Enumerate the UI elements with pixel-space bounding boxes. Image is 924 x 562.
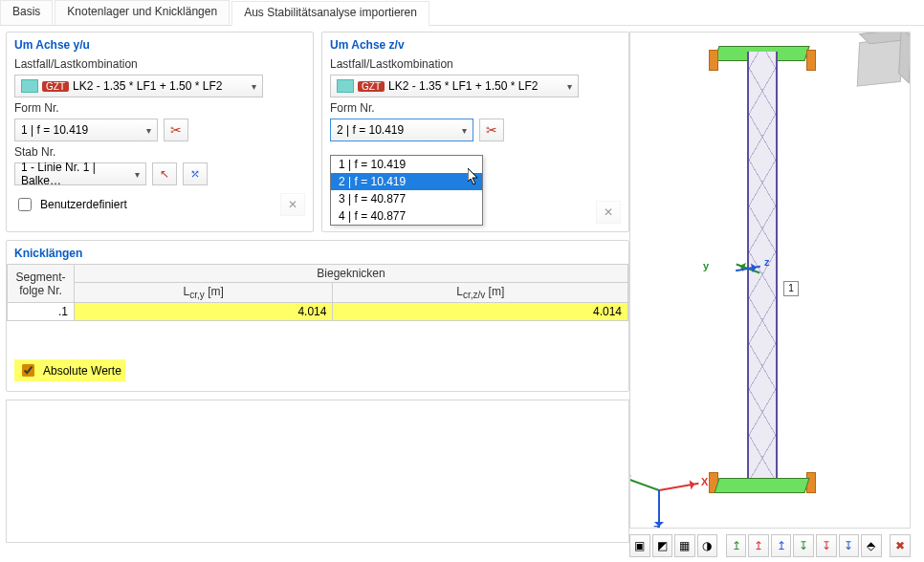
view-neg-xy-icon[interactable]: ↧ xyxy=(793,534,814,557)
reset-view-icon[interactable]: ✖ xyxy=(890,534,911,557)
absolute-values-box[interactable] xyxy=(22,364,34,377)
chevron-down-icon: ▾ xyxy=(252,81,256,92)
axis-y-stab-label: Stab Nr. xyxy=(14,145,305,159)
form-option-4[interactable]: 4 | f = 40.877 xyxy=(331,207,482,225)
axis-y-form-label: Form Nr. xyxy=(14,101,305,115)
show-reactions-icon[interactable]: ◩ xyxy=(652,534,673,557)
view-yz-icon[interactable]: ↥ xyxy=(771,534,792,557)
member-number-label: 1 xyxy=(783,281,799,296)
load-color-swatch xyxy=(337,79,354,93)
show-loads-icon[interactable]: ▣ xyxy=(629,534,650,557)
axis-z-form-value: 2 | f = 10.419 xyxy=(337,123,404,137)
axis-y-userdef-label: Benutzerdefiniert xyxy=(40,198,127,211)
buckling-panel: Knicklängen Segment- folge Nr. Biegeknic… xyxy=(6,240,629,392)
form-option-3[interactable]: 3 | f = 40.877 xyxy=(331,190,482,207)
model-viewport[interactable]: y z 1 X Y Z xyxy=(629,32,911,529)
nav-cube[interactable] xyxy=(857,37,903,86)
axis-z-extra-icon: ✕ xyxy=(596,201,621,224)
axis-z-form-dropdown[interactable]: 1 | f = 10.419 2 | f = 10.419 3 | f = 40… xyxy=(330,155,483,226)
pick-member-icon[interactable]: ↖ xyxy=(152,162,177,185)
chevron-down-icon: ▾ xyxy=(135,169,140,180)
axis-y-form-value: 1 | f = 10.419 xyxy=(21,123,88,137)
load-tag-gzt: GZT xyxy=(358,81,385,92)
col-lcry: Lcr,y [m] xyxy=(75,283,333,303)
support-box-icon xyxy=(806,50,816,71)
show-sections-icon[interactable]: ▦ xyxy=(674,534,695,557)
form-option-1[interactable]: 1 | f = 10.419 xyxy=(331,156,482,173)
axis-y-stab-value: 1 - Linie Nr. 1 | Balke… xyxy=(21,161,129,187)
view-xy-icon[interactable]: ↥ xyxy=(726,534,747,557)
show-values-icon[interactable]: ◑ xyxy=(697,534,718,557)
tab-knotenlager[interactable]: Knotenlager und Knicklängen xyxy=(55,0,230,25)
form-option-2[interactable]: 2 | f = 10.419 xyxy=(331,173,482,190)
col-lcrz: Lcr,z/v [m] xyxy=(333,283,628,303)
axis-z-title: Um Achse z/v xyxy=(330,38,621,52)
absolute-values-label: Absolute Werte xyxy=(43,364,121,378)
axis-y-form-select[interactable]: 1 | f = 10.419 ▾ xyxy=(14,119,158,141)
pick-form-icon[interactable]: ✂ xyxy=(164,119,188,141)
chevron-down-icon: ▾ xyxy=(462,125,467,136)
view-iso-icon[interactable]: ⬘ xyxy=(861,534,882,557)
axis-y-panel: Um Achse y/u Lastfall/Lastkombination GZ… xyxy=(6,32,314,232)
cell-idx: .1 xyxy=(8,303,75,321)
axis-y-stab-select[interactable]: 1 - Linie Nr. 1 | Balke… ▾ xyxy=(14,162,146,185)
tab-basis[interactable]: Basis xyxy=(0,0,53,25)
axis-y-title: Um Achse y/u xyxy=(14,38,305,52)
lower-blank-panel xyxy=(6,400,629,543)
load-color-swatch xyxy=(21,79,38,93)
axis-z-load-select[interactable]: GZT LK2 - 1.35 * LF1 + 1.50 * LF2 ▾ xyxy=(330,75,579,97)
col-biegeknicken: Biegeknicken xyxy=(75,265,628,283)
load-tag-gzt: GZT xyxy=(42,81,69,92)
axis-y-load-value: LK2 - 1.35 * LF1 + 1.50 * LF2 xyxy=(73,79,222,93)
tab-stabilitaetsanalyse[interactable]: Aus Stabilitätsanalyse importieren xyxy=(231,1,429,26)
view-xz-icon[interactable]: ↥ xyxy=(748,534,769,557)
axis-z-form-select[interactable]: 2 | f = 10.419 ▾ xyxy=(330,119,473,141)
view-neg-yz-icon[interactable]: ↧ xyxy=(839,534,860,557)
axis-z-load-label: Lastfall/Lastkombination xyxy=(330,57,621,71)
chevron-down-icon: ▾ xyxy=(567,81,572,92)
axis-y-extra-icon: ✕ xyxy=(280,193,305,216)
buckling-title: Knicklängen xyxy=(7,245,628,264)
axis-z-load-value: LK2 - 1.35 * LF1 + 1.50 * LF2 xyxy=(388,79,538,93)
axis-y-userdef-check[interactable]: Benutzerdefiniert xyxy=(14,195,127,214)
axis-y-load-label: Lastfall/Lastkombination xyxy=(14,57,305,71)
add-member-icon[interactable]: ⤱ xyxy=(183,162,208,185)
cell-lcry[interactable]: 4.014 xyxy=(75,303,333,321)
view-neg-xz-icon[interactable]: ↧ xyxy=(816,534,837,557)
cell-lcrz[interactable]: 4.014 xyxy=(333,303,628,321)
table-row[interactable]: .1 4.014 4.014 xyxy=(8,303,628,321)
support-box-icon xyxy=(709,50,718,71)
axis-y-userdef-box[interactable] xyxy=(18,198,32,211)
viewport-toolbar: ▣ ◩ ▦ ◑ ↥ ↥ ↥ ↧ ↧ ↧ ⬘ ✖ xyxy=(629,534,911,557)
axis-y-load-select[interactable]: GZT LK2 - 1.35 * LF1 + 1.50 * LF2 ▾ xyxy=(14,75,263,97)
tab-bar: Basis Knotenlager und Knicklängen Aus St… xyxy=(0,0,924,26)
absolute-values-check[interactable]: Absolute Werte xyxy=(14,359,125,381)
axis-z-form-label: Form Nr. xyxy=(330,101,621,115)
axis-z-panel: Um Achse z/v Lastfall/Lastkombination GZ… xyxy=(321,32,629,232)
pick-form-icon[interactable]: ✂ xyxy=(479,119,504,141)
support-plate-bottom xyxy=(714,478,809,493)
buckling-table: Segment- folge Nr. Biegeknicken Lcr,y [m… xyxy=(7,264,628,321)
chevron-down-icon: ▾ xyxy=(146,125,151,136)
col-segment: Segment- folge Nr. xyxy=(8,265,75,303)
